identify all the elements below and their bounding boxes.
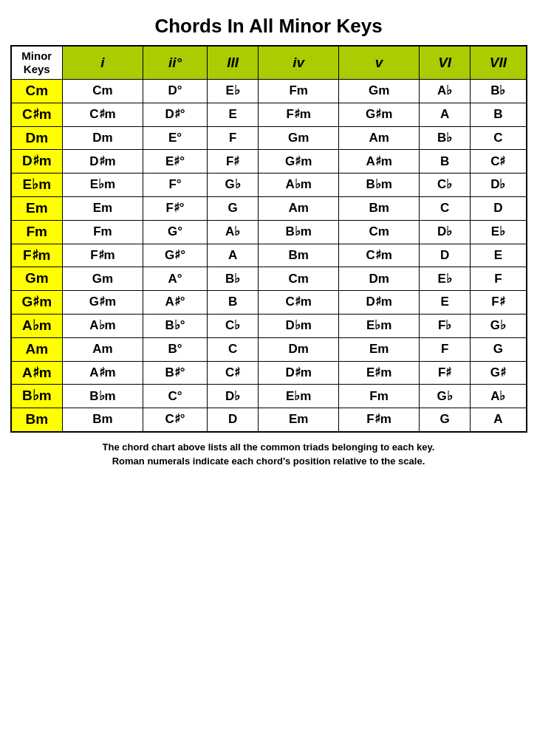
chord-cell-10-6: G♭	[471, 314, 527, 337]
chord-cell-1-4: G♯m	[339, 103, 420, 126]
chord-cell-5-5: C	[420, 196, 471, 220]
chord-cell-11-3: Dm	[259, 337, 339, 361]
chord-cell-10-2: C♭	[208, 314, 259, 337]
chord-cell-14-1: C♯°	[143, 408, 207, 432]
chord-cell-9-6: F♯	[471, 291, 527, 315]
chord-cell-0-6: B♭	[471, 80, 527, 103]
chord-cell-2-3: Gm	[259, 126, 339, 150]
chord-cell-6-6: E♭	[471, 220, 527, 244]
table-row: FmFmG°A♭B♭mCmD♭E♭	[11, 220, 527, 244]
chord-cell-5-0: Em	[63, 196, 143, 220]
chord-cell-10-5: F♭	[420, 314, 471, 337]
key-cell-A♯m: A♯m	[11, 361, 63, 385]
key-cell-Cm: Cm	[11, 80, 63, 103]
chord-cell-1-2: E	[208, 103, 259, 126]
key-cell-Fm: Fm	[11, 220, 63, 244]
chord-cell-6-3: B♭m	[259, 220, 339, 244]
chord-cell-6-2: A♭	[208, 220, 259, 244]
chord-cell-3-0: D♯m	[63, 150, 143, 173]
table-row: A♯mA♯mB♯°C♯D♯mE♯mF♯G♯	[11, 361, 527, 385]
chord-cell-14-4: F♯m	[339, 408, 420, 432]
chord-cell-0-3: Fm	[259, 80, 339, 103]
key-cell-G♯m: G♯m	[11, 291, 63, 315]
chord-cell-13-4: Fm	[339, 385, 420, 408]
chord-table: Minor Keysiii°IIIivvVIVII CmCmD°E♭FmGmA♭…	[10, 45, 527, 433]
chord-cell-9-1: A♯°	[143, 291, 207, 315]
table-row: GmGmA°B♭CmDmE♭F	[11, 267, 527, 291]
chord-cell-4-0: E♭m	[63, 173, 143, 197]
chord-cell-7-4: C♯m	[339, 244, 420, 267]
chord-cell-4-2: G♭	[208, 173, 259, 197]
chord-cell-6-5: D♭	[420, 220, 471, 244]
chord-cell-13-0: B♭m	[63, 385, 143, 408]
chord-cell-8-5: E♭	[420, 267, 471, 291]
table-row: AmAmB°CDmEmFG	[11, 337, 527, 361]
chord-cell-12-1: B♯°	[143, 361, 207, 385]
chord-cell-0-0: Cm	[63, 80, 143, 103]
chord-cell-3-5: B	[420, 150, 471, 173]
page-title: Chords In All Minor Keys	[10, 15, 527, 38]
chord-cell-13-1: C°	[143, 385, 207, 408]
chord-cell-4-6: D♭	[471, 173, 527, 197]
chord-cell-8-2: B♭	[208, 267, 259, 291]
chord-cell-7-3: Bm	[259, 244, 339, 267]
chord-cell-14-6: A	[471, 408, 527, 432]
table-body: CmCmD°E♭FmGmA♭B♭C♯mC♯mD♯°EF♯mG♯mABDmDmE°…	[11, 80, 527, 432]
chord-cell-3-6: C♯	[471, 150, 527, 173]
footnote: The chord chart above lists all the comm…	[10, 440, 527, 469]
chord-cell-10-1: B♭°	[143, 314, 207, 337]
chord-cell-9-0: G♯m	[63, 291, 143, 315]
chord-cell-0-1: D°	[143, 80, 207, 103]
key-cell-A♭m: A♭m	[11, 314, 63, 337]
chord-cell-9-5: E	[420, 291, 471, 315]
chord-cell-1-0: C♯m	[63, 103, 143, 126]
chord-cell-11-4: Em	[339, 337, 420, 361]
chord-cell-12-0: A♯m	[63, 361, 143, 385]
chord-cell-5-1: F♯°	[143, 196, 207, 220]
chord-cell-12-6: G♯	[471, 361, 527, 385]
chord-cell-1-5: A	[420, 103, 471, 126]
chord-cell-6-0: Fm	[63, 220, 143, 244]
chord-cell-2-5: B♭	[420, 126, 471, 150]
chord-cell-2-6: C	[471, 126, 527, 150]
chord-cell-10-3: D♭m	[259, 314, 339, 337]
key-cell-Em: Em	[11, 196, 63, 220]
chord-cell-9-4: D♯m	[339, 291, 420, 315]
chord-cell-11-6: G	[471, 337, 527, 361]
chord-cell-7-0: F♯m	[63, 244, 143, 267]
chord-cell-8-0: Gm	[63, 267, 143, 291]
chord-cell-12-2: C♯	[208, 361, 259, 385]
chord-cell-8-4: Dm	[339, 267, 420, 291]
chord-cell-3-3: G♯m	[259, 150, 339, 173]
chord-cell-1-1: D♯°	[143, 103, 207, 126]
chord-cell-10-0: A♭m	[63, 314, 143, 337]
chord-cell-3-4: A♯m	[339, 150, 420, 173]
chord-cell-11-0: Am	[63, 337, 143, 361]
key-cell-B♭m: B♭m	[11, 385, 63, 408]
chord-cell-6-4: Cm	[339, 220, 420, 244]
chord-cell-7-6: E	[471, 244, 527, 267]
table-row: BmBmC♯°DEmF♯mGA	[11, 408, 527, 432]
header-col-4: iv	[259, 46, 339, 80]
chord-cell-6-1: G°	[143, 220, 207, 244]
chord-cell-12-5: F♯	[420, 361, 471, 385]
table-row: EmEmF♯°GAmBmCD	[11, 196, 527, 220]
table-row: A♭mA♭mB♭°C♭D♭mE♭mF♭G♭	[11, 314, 527, 337]
chord-cell-2-2: F	[208, 126, 259, 150]
chord-cell-11-1: B°	[143, 337, 207, 361]
chord-cell-0-2: E♭	[208, 80, 259, 103]
header-col-7: VII	[471, 46, 527, 80]
chord-cell-8-6: F	[471, 267, 527, 291]
chord-cell-10-4: E♭m	[339, 314, 420, 337]
key-cell-C♯m: C♯m	[11, 103, 63, 126]
key-cell-Am: Am	[11, 337, 63, 361]
table-row: B♭mB♭mC°D♭E♭mFmG♭A♭	[11, 385, 527, 408]
chord-cell-4-1: F°	[143, 173, 207, 197]
chord-cell-4-5: C♭	[420, 173, 471, 197]
table-row: F♯mF♯mG♯°ABmC♯mDE	[11, 244, 527, 267]
chord-cell-2-0: Dm	[63, 126, 143, 150]
chord-cell-7-2: A	[208, 244, 259, 267]
header-col-3: III	[208, 46, 259, 80]
chord-cell-8-1: A°	[143, 267, 207, 291]
footnote-line2: Roman numerals indicate each chord's pos…	[10, 454, 527, 469]
